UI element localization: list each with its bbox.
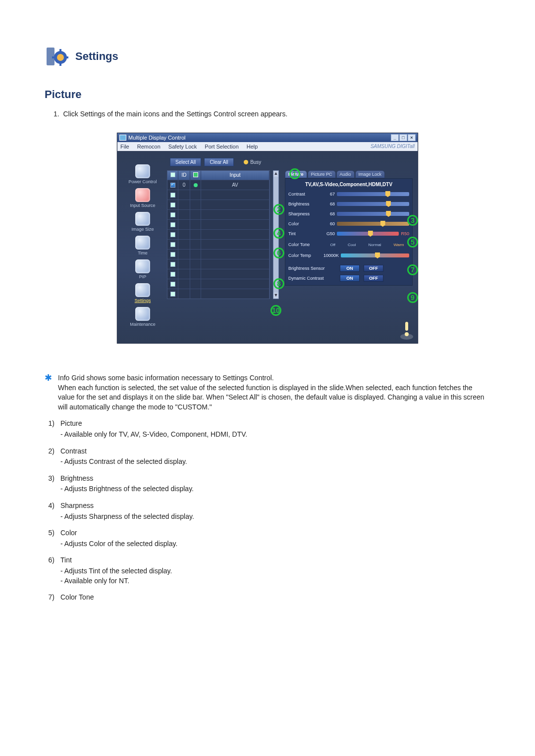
sidebar-item-image-size[interactable]: Image Size: [123, 210, 162, 233]
row-checkbox[interactable]: [170, 282, 175, 287]
table-row[interactable]: 0AV: [167, 180, 269, 190]
clear-all-button[interactable]: Clear All: [204, 158, 234, 166]
tint-slider[interactable]: [337, 232, 399, 236]
settings-title: Settings: [75, 50, 118, 63]
scroll-down-icon[interactable]: ▼: [273, 293, 278, 299]
header-id: ID: [178, 171, 190, 180]
sharpness-slider[interactable]: [337, 212, 409, 216]
table-row[interactable]: [167, 219, 269, 229]
settings-small-icon: [135, 283, 150, 297]
sidebar-item-time[interactable]: Time: [123, 234, 162, 257]
row-checkbox[interactable]: [170, 242, 175, 247]
annotation-5: 5: [407, 237, 418, 248]
brightness-slider[interactable]: [337, 202, 409, 206]
row-sharpness: Sharpness 68: [288, 209, 409, 219]
sidebar-item-input-source[interactable]: Input Source: [123, 187, 162, 209]
row-id: [178, 210, 190, 219]
table-row[interactable]: [167, 279, 269, 289]
menu-file[interactable]: File: [120, 144, 129, 150]
annotation-7: 7: [407, 264, 418, 275]
table-row[interactable]: [167, 229, 269, 239]
annotation-3: 3: [407, 215, 418, 226]
row-id: [178, 269, 190, 279]
dynamic-contrast-off[interactable]: OFF: [364, 275, 383, 282]
row-checkbox[interactable]: [170, 262, 175, 267]
brightness-sensor-on[interactable]: ON: [340, 265, 360, 272]
row-input: [201, 230, 269, 239]
color-temp-slider[interactable]: [341, 253, 409, 257]
dynamic-contrast-on[interactable]: ON: [340, 275, 360, 282]
sidebar-item-maintenance[interactable]: Maintenance: [123, 305, 162, 328]
row-input: [201, 210, 269, 219]
footer-block: ✱ Info Grid shows some basic information…: [45, 373, 490, 604]
svg-rect-8: [405, 322, 408, 331]
table-row[interactable]: [167, 239, 269, 249]
menubar: File Remocon Safety Lock Port Selection …: [117, 142, 418, 151]
app-icon: [119, 135, 126, 141]
window-buttons[interactable]: _ □ ×: [391, 134, 416, 141]
row-contrast: Contrast 67: [288, 189, 409, 199]
color-slider[interactable]: [337, 222, 409, 226]
sidebar-item-settings[interactable]: Settings: [123, 282, 162, 304]
settings-icon: [45, 45, 68, 68]
footer-item-number: 2): [45, 447, 54, 467]
window-title: Multiple Display Control: [128, 135, 186, 141]
tab-image-lock[interactable]: Image Lock: [355, 170, 385, 178]
busy-dot-icon: [244, 160, 248, 164]
annotation-1: 1: [289, 168, 300, 179]
row-input: [201, 250, 269, 259]
info-note-line2: When each function is selected, the set …: [58, 383, 490, 412]
color-tone-options[interactable]: Off Cool Normal Warm: [325, 243, 409, 247]
table-row[interactable]: [167, 209, 269, 219]
row-checkbox[interactable]: [170, 252, 175, 257]
maximize-button[interactable]: □: [399, 134, 407, 141]
table-row[interactable]: [167, 249, 269, 259]
footer-item-line: Adjusts Contrast of the selected display…: [60, 457, 187, 467]
row-checkbox[interactable]: [170, 292, 175, 297]
header-checkbox[interactable]: [170, 172, 175, 177]
row-color-temp: Color Temp 10000K: [288, 251, 409, 260]
menu-help[interactable]: Help: [247, 144, 258, 150]
tab-picture-pc[interactable]: Picture PC: [308, 170, 336, 178]
table-row[interactable]: [167, 190, 269, 200]
row-checkbox[interactable]: [170, 232, 175, 237]
row-color: Color 60: [288, 219, 409, 229]
menu-remocon[interactable]: Remocon: [137, 144, 160, 150]
footer-item-title: Brightness: [60, 474, 194, 484]
contrast-slider[interactable]: [337, 192, 409, 196]
table-row[interactable]: [167, 269, 269, 279]
intro-text: 1. Click Settings of the main icons and …: [45, 110, 490, 118]
row-checkbox[interactable]: [170, 202, 175, 207]
row-checkbox[interactable]: [170, 222, 175, 227]
footer-item-title: Sharpness: [60, 501, 194, 511]
row-id: [178, 200, 190, 209]
table-row[interactable]: [167, 200, 269, 209]
row-input: [201, 220, 269, 229]
row-checkbox[interactable]: [170, 212, 175, 217]
footer-item-line: Adjusts Sharpness of the selected displa…: [60, 512, 194, 522]
row-input: [201, 269, 269, 279]
footer-item: 6)TintAdjusts Tint of the selected displ…: [45, 555, 490, 586]
select-all-button[interactable]: Select All: [170, 158, 201, 166]
sidebar-item-pip[interactable]: PIP: [123, 258, 162, 281]
footer-item-line: Available only for TV, AV, S-Video, Comp…: [60, 430, 247, 440]
row-checkbox[interactable]: [170, 193, 175, 198]
svg-rect-5: [52, 56, 55, 58]
menu-port-selection[interactable]: Port Selection: [205, 144, 238, 150]
footer-item-line: Adjusts Color of the selected display.: [60, 539, 177, 549]
footer-item-number: 1): [45, 419, 54, 439]
sidebar-item-power-control[interactable]: Power Control: [123, 163, 162, 186]
minimize-button[interactable]: _: [391, 134, 399, 141]
table-row[interactable]: [167, 259, 269, 269]
brightness-sensor-off[interactable]: OFF: [364, 265, 383, 272]
table-row[interactable]: [167, 289, 269, 299]
power-icon: [135, 164, 150, 178]
close-button[interactable]: ×: [408, 134, 416, 141]
tab-audio[interactable]: Audio: [336, 170, 355, 178]
toolbar: Select All Clear All Busy: [167, 156, 413, 170]
row-checkbox[interactable]: [170, 272, 175, 277]
scroll-up-icon[interactable]: ▲: [273, 171, 278, 177]
titlebar: Multiple Display Control _ □ ×: [117, 133, 418, 142]
row-checkbox[interactable]: [170, 183, 175, 188]
menu-safety-lock[interactable]: Safety Lock: [168, 144, 197, 150]
